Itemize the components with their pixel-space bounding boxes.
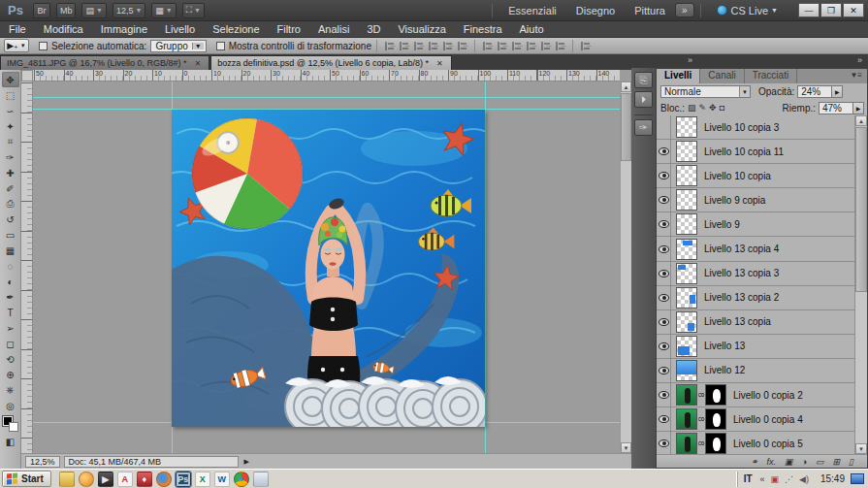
layer-mask-thumbnail[interactable] bbox=[705, 384, 726, 406]
workspace-button-pittura[interactable]: Pittura bbox=[627, 3, 673, 18]
crop-tool[interactable]: ⌗ bbox=[2, 134, 19, 149]
arrange-documents-icon[interactable]: ▦▼ bbox=[151, 3, 176, 18]
layers-scrollbar[interactable]: ▲ ▼ bbox=[854, 115, 867, 454]
layer-thumbnail[interactable] bbox=[676, 189, 697, 211]
menu-livello[interactable]: Livello bbox=[156, 21, 204, 37]
scroll-down-arrow[interactable]: ▼ bbox=[855, 443, 867, 454]
rectangular-marquee-tool[interactable]: ⬚ bbox=[2, 87, 19, 103]
background-color-swatch[interactable] bbox=[9, 422, 18, 432]
collapsed-actions-panel-icon[interactable]: ⏵ bbox=[634, 91, 653, 108]
language-indicator[interactable]: IT bbox=[744, 473, 753, 484]
vertical-ruler[interactable] bbox=[21, 81, 33, 453]
hand-tool[interactable]: ⎈ bbox=[2, 382, 19, 398]
scrollbar-thumb[interactable] bbox=[855, 127, 867, 292]
align-left-edges-icon[interactable] bbox=[427, 41, 439, 51]
layer-row[interactable]: Livello 10 copia 3 bbox=[657, 115, 854, 140]
lock-image-pixels-icon[interactable]: ✎ bbox=[699, 103, 707, 113]
layer-row[interactable]: Livello 9 bbox=[657, 212, 854, 237]
collapse-panels-icon[interactable]: » bbox=[688, 55, 691, 65]
layer-mask-thumbnail[interactable] bbox=[705, 433, 726, 454]
media-player-quicklaunch-icon[interactable] bbox=[79, 472, 94, 487]
tool-preset-button[interactable]: ▶₊▼ bbox=[4, 39, 29, 52]
gradient-tool[interactable]: ▦ bbox=[2, 243, 19, 258]
visibility-toggle[interactable] bbox=[657, 140, 671, 163]
visibility-toggle[interactable] bbox=[657, 212, 671, 236]
scroll-down-arrow[interactable]: ▼ bbox=[621, 442, 631, 453]
collapse-dock-icon[interactable]: » bbox=[857, 55, 861, 65]
status-options-arrow[interactable]: ▶ bbox=[244, 458, 249, 466]
align-bottom-edges-icon[interactable] bbox=[412, 41, 425, 51]
minimize-button[interactable]: — bbox=[798, 3, 820, 17]
clone-stamp-tool[interactable]: ⎙ bbox=[2, 196, 19, 211]
menu-aiuto[interactable]: Aiuto bbox=[511, 21, 553, 37]
visibility-toggle[interactable] bbox=[657, 432, 671, 454]
lasso-tool[interactable]: ∽ bbox=[2, 103, 19, 118]
firefox-quicklaunch-icon[interactable] bbox=[156, 472, 172, 487]
collapsed-brush-panel-icon[interactable]: ✑ bbox=[634, 119, 653, 136]
menu-finestra[interactable]: Finestra bbox=[455, 21, 511, 37]
red-app-quicklaunch-icon[interactable]: ♦ bbox=[137, 472, 152, 487]
layer-row[interactable]: Livello 10 copia bbox=[657, 164, 854, 188]
align-top-edges-icon[interactable] bbox=[383, 41, 396, 51]
opacity-field[interactable]: 24% bbox=[797, 85, 832, 98]
workspace-button-essenziali[interactable]: Essenziali bbox=[500, 3, 564, 18]
visibility-toggle[interactable] bbox=[657, 286, 671, 309]
distribute-vertical-centers-icon[interactable] bbox=[496, 41, 508, 51]
fill-slider-arrow[interactable]: ▶ bbox=[853, 102, 864, 114]
layer-row[interactable]: Livello 13 copia 2 bbox=[657, 286, 854, 310]
visibility-toggle[interactable] bbox=[657, 164, 671, 187]
layer-thumbnail[interactable] bbox=[676, 263, 697, 284]
layer-row[interactable]: Livello 13 copia 3 bbox=[657, 262, 854, 286]
shape-tool[interactable]: ◻ bbox=[2, 336, 19, 351]
layer-thumbnail[interactable] bbox=[676, 213, 697, 235]
bridge-launcher-icon[interactable]: Br bbox=[33, 3, 50, 18]
guide-vertical-right[interactable] bbox=[485, 81, 486, 453]
delete-layer-icon[interactable]: ▯ bbox=[849, 457, 853, 467]
layer-thumbnail[interactable] bbox=[676, 408, 697, 430]
guide-horizontal-top[interactable] bbox=[33, 97, 620, 98]
canvas-image[interactable] bbox=[172, 110, 485, 427]
align-vertical-centers-icon[interactable] bbox=[398, 41, 410, 51]
auto-align-layers-icon[interactable] bbox=[579, 41, 592, 51]
tab-livelli[interactable]: Livelli bbox=[657, 69, 700, 83]
layer-row[interactable]: Livello 13 copia 4 bbox=[657, 237, 854, 261]
lock-position-icon[interactable]: ✥ bbox=[709, 103, 717, 113]
menu-analisi[interactable]: Analisi bbox=[309, 21, 358, 37]
visibility-toggle[interactable] bbox=[657, 115, 671, 139]
network-tray-icon[interactable]: ⋰ bbox=[785, 474, 793, 484]
tab-tracciati[interactable]: Tracciati bbox=[745, 69, 797, 83]
layer-thumbnail[interactable] bbox=[676, 433, 697, 454]
layer-name[interactable]: Livello 0 copia 2 bbox=[733, 390, 803, 401]
scroll-up-arrow[interactable]: ▲ bbox=[621, 81, 631, 92]
layer-style-icon[interactable]: fx. bbox=[767, 457, 777, 467]
zoom-level-field[interactable]: 12,5% bbox=[25, 456, 60, 468]
layer-thumbnail[interactable] bbox=[676, 311, 697, 333]
layer-thumbnail[interactable] bbox=[676, 336, 697, 357]
display-tray-icon[interactable] bbox=[851, 473, 864, 484]
start-button[interactable]: Start bbox=[2, 471, 51, 487]
visibility-toggle[interactable] bbox=[657, 237, 671, 260]
layer-row[interactable]: Livello 9 copia bbox=[657, 188, 854, 212]
layer-mask-thumbnail[interactable] bbox=[705, 408, 726, 430]
menu-filtro[interactable]: Filtro bbox=[269, 21, 309, 37]
layer-name[interactable]: Livello 0 copia 4 bbox=[733, 414, 803, 425]
blur-tool[interactable]: ◌ bbox=[2, 258, 19, 274]
tab-canali[interactable]: Canali bbox=[700, 69, 744, 83]
screen-mode-icon[interactable]: ⛶▼ bbox=[182, 3, 205, 18]
auto-select-checkbox[interactable] bbox=[39, 42, 48, 50]
fill-field[interactable]: 47% bbox=[819, 102, 853, 114]
distribute-top-edges-icon[interactable] bbox=[481, 41, 494, 51]
layer-name[interactable]: Livello 13 copia 3 bbox=[704, 268, 779, 278]
mini-bridge-icon[interactable]: Mb bbox=[56, 3, 77, 18]
blend-mode-dropdown[interactable]: Normale ▼ bbox=[660, 85, 751, 98]
excel-quicklaunch-icon[interactable]: X bbox=[195, 472, 210, 487]
collapsed-history-panel-icon[interactable]: ⎘ bbox=[634, 72, 653, 88]
layer-row[interactable]: 8Livello 0 copia 4 bbox=[657, 407, 854, 432]
photoshop-taskbar-icon[interactable]: Ps bbox=[176, 472, 191, 487]
orbit-3d-tool[interactable]: ⊕ bbox=[2, 367, 19, 382]
add-layer-mask-icon[interactable]: ▣ bbox=[785, 457, 793, 467]
quick-selection-tool[interactable]: ✦ bbox=[2, 118, 19, 134]
layer-name[interactable]: Livello 12 bbox=[704, 365, 745, 375]
layer-name[interactable]: Livello 9 bbox=[704, 219, 740, 230]
restore-button[interactable]: ❐ bbox=[820, 3, 842, 17]
